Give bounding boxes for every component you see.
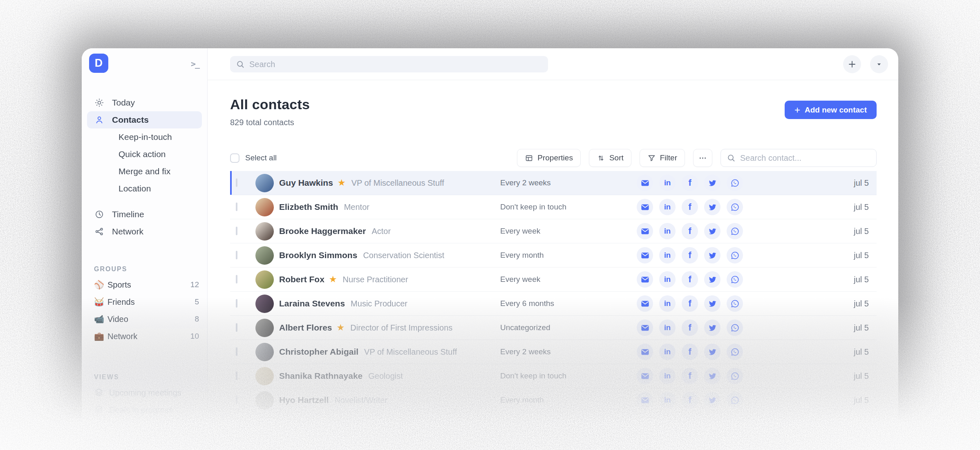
row-checkbox[interactable] — [236, 202, 237, 211]
row-checkbox[interactable] — [236, 396, 237, 404]
email-icon[interactable] — [637, 199, 653, 215]
sidebar-item-timeline[interactable]: Timeline — [87, 206, 202, 223]
email-icon[interactable] — [637, 344, 653, 360]
row-checkbox[interactable] — [236, 299, 237, 308]
view-item-upcoming-meetings[interactable]: Upcoming meetings — [82, 384, 207, 401]
contact-row[interactable]: Albert Flores★Director of First Impressi… — [230, 316, 877, 340]
whatsapp-icon[interactable] — [727, 199, 743, 215]
whatsapp-icon[interactable] — [727, 247, 743, 263]
sort-button[interactable]: Sort — [589, 149, 631, 167]
email-icon[interactable] — [637, 368, 653, 384]
collapse-sidebar-icon[interactable]: >_ — [191, 59, 199, 69]
linkedin-icon[interactable]: in — [659, 295, 676, 312]
twitter-icon[interactable] — [704, 223, 720, 239]
row-checkbox[interactable] — [236, 275, 237, 284]
facebook-icon[interactable]: f — [682, 175, 698, 191]
facebook-icon[interactable]: f — [682, 271, 698, 288]
sidebar-item-today[interactable]: Today — [87, 94, 202, 111]
more-options-button[interactable] — [693, 149, 712, 167]
email-icon[interactable] — [637, 247, 653, 263]
linkedin-icon[interactable]: in — [659, 271, 676, 288]
add-new-contact-button[interactable]: + Add new contact — [785, 101, 877, 119]
group-item-friends[interactable]: 🥁Friends5 — [82, 293, 207, 310]
twitter-icon[interactable] — [704, 271, 720, 288]
whatsapp-icon[interactable] — [727, 223, 743, 239]
twitter-icon[interactable] — [704, 344, 720, 360]
twitter-icon[interactable] — [704, 199, 720, 215]
select-all[interactable]: Select all — [230, 153, 277, 163]
sidebar-item-network[interactable]: Network — [87, 223, 202, 240]
row-checkbox[interactable] — [236, 323, 237, 332]
email-icon[interactable] — [637, 175, 653, 191]
twitter-icon[interactable] — [704, 368, 720, 384]
star-icon[interactable]: ★ — [337, 323, 345, 332]
row-checkbox[interactable] — [236, 371, 237, 380]
sidebar-item-contacts[interactable]: Contacts — [87, 111, 202, 128]
row-checkbox[interactable] — [236, 251, 237, 259]
facebook-icon[interactable]: f — [682, 295, 698, 312]
linkedin-icon[interactable]: in — [659, 199, 676, 215]
whatsapp-icon[interactable] — [727, 175, 743, 191]
app-logo[interactable]: D — [89, 54, 108, 73]
whatsapp-icon[interactable] — [727, 368, 743, 384]
whatsapp-icon[interactable] — [727, 392, 743, 408]
twitter-icon[interactable] — [704, 247, 720, 263]
whatsapp-icon[interactable] — [727, 320, 743, 336]
view-item-deals-in-progress[interactable]: Deals in progress — [82, 401, 207, 418]
facebook-icon[interactable]: f — [682, 320, 698, 336]
star-icon[interactable]: ★ — [338, 178, 346, 187]
global-search-input[interactable] — [249, 60, 542, 69]
contact-row[interactable]: Hyo HartzellNovelist/WriterEvery monthin… — [230, 388, 877, 412]
contact-row[interactable]: Brooke HaggermakerActorEvery weekinfjul … — [230, 219, 877, 243]
linkedin-icon[interactable]: in — [659, 175, 676, 191]
contact-row[interactable]: Robert Fox★Nurse PractitionerEvery weeki… — [230, 268, 877, 292]
twitter-icon[interactable] — [704, 175, 720, 191]
sidebar-item-quick-action[interactable]: Quick action — [87, 146, 202, 163]
contact-row[interactable]: Shanika RathnayakeGeologistDon't keep in… — [230, 364, 877, 388]
contact-row[interactable]: Elizbeth SmithMentorDon't keep in touchi… — [230, 195, 877, 219]
quick-add-button[interactable] — [843, 55, 861, 73]
sidebar-item-location[interactable]: Location — [87, 180, 202, 197]
facebook-icon[interactable]: f — [682, 199, 698, 215]
row-checkbox[interactable] — [236, 227, 237, 235]
facebook-icon[interactable]: f — [682, 368, 698, 384]
facebook-icon[interactable]: f — [682, 223, 698, 239]
contact-search-input[interactable] — [740, 153, 870, 163]
star-icon[interactable]: ★ — [329, 275, 337, 284]
email-icon[interactable] — [637, 392, 653, 408]
linkedin-icon[interactable]: in — [659, 368, 676, 384]
email-icon[interactable] — [637, 271, 653, 288]
linkedin-icon[interactable]: in — [659, 392, 676, 408]
email-icon[interactable] — [637, 320, 653, 336]
account-menu-button[interactable] — [870, 55, 888, 73]
facebook-icon[interactable]: f — [682, 344, 698, 360]
linkedin-icon[interactable]: in — [659, 247, 676, 263]
sidebar-item-merge-and-fix[interactable]: Merge and fix — [87, 163, 202, 180]
linkedin-icon[interactable]: in — [659, 344, 676, 360]
global-search[interactable] — [230, 56, 548, 72]
twitter-icon[interactable] — [704, 392, 720, 408]
whatsapp-icon[interactable] — [727, 271, 743, 288]
contact-row[interactable]: Guy Hawkins★VP of Miscellaneous StuffEve… — [230, 171, 877, 195]
row-checkbox[interactable] — [236, 178, 237, 187]
linkedin-icon[interactable]: in — [659, 223, 676, 239]
sidebar-item-keep-in-touch[interactable]: Keep-in-touch — [87, 128, 202, 146]
contact-row[interactable]: Brooklyn SimmonsConservation ScientistEv… — [230, 243, 877, 268]
filter-button[interactable]: ••• Filter — [640, 149, 685, 167]
twitter-icon[interactable] — [704, 320, 720, 336]
facebook-icon[interactable]: f — [682, 247, 698, 263]
group-item-network[interactable]: 💼Network10 — [82, 328, 207, 345]
linkedin-icon[interactable]: in — [659, 320, 676, 336]
group-item-video[interactable]: 📹Video8 — [82, 310, 207, 328]
contact-row[interactable]: Laraina StevensMusic ProducerEvery 6 mon… — [230, 292, 877, 316]
whatsapp-icon[interactable] — [727, 295, 743, 312]
contact-row[interactable]: Christopher AbigailVP of Miscellaneous S… — [230, 340, 877, 364]
group-item-sports[interactable]: ⚾Sports12 — [82, 276, 207, 293]
twitter-icon[interactable] — [704, 295, 720, 312]
email-icon[interactable] — [637, 223, 653, 239]
select-all-checkbox[interactable] — [230, 153, 239, 163]
row-checkbox[interactable] — [236, 347, 237, 356]
facebook-icon[interactable]: f — [682, 392, 698, 408]
whatsapp-icon[interactable] — [727, 344, 743, 360]
properties-button[interactable]: Properties — [517, 149, 581, 167]
